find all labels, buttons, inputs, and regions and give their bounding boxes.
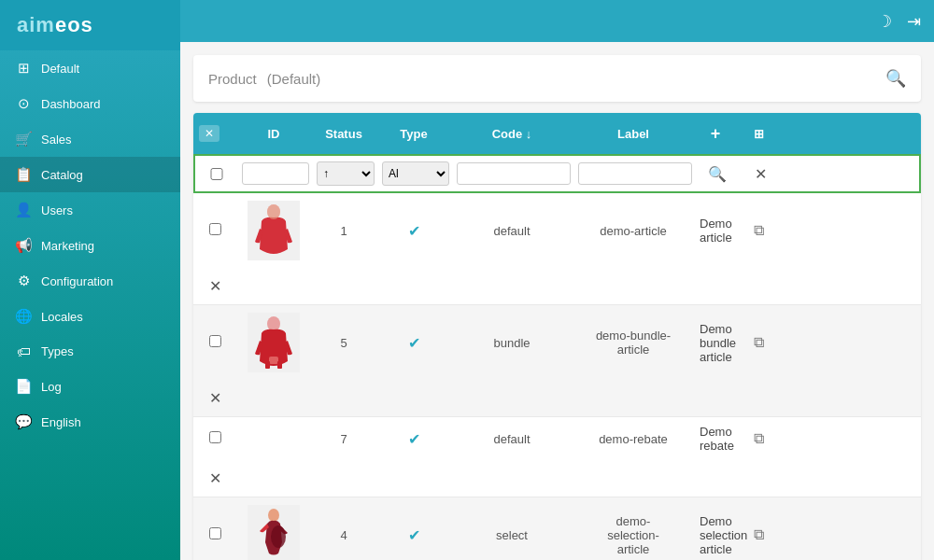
copy-button[interactable]: ⧉ xyxy=(750,525,768,545)
copy-button[interactable]: ⧉ xyxy=(750,220,768,241)
row-code: demo-article xyxy=(573,217,694,245)
row-delete-cell: ✕ xyxy=(193,380,236,416)
row-image-id-cell xyxy=(236,305,311,380)
row-copy-cell: ⧉ xyxy=(737,325,780,360)
svg-rect-3 xyxy=(269,357,278,364)
row-checkbox[interactable] xyxy=(209,527,221,539)
filter-type-cell: Al default bundle select xyxy=(378,158,453,189)
dashboard-icon: ⊙ xyxy=(15,95,32,112)
filter-status-select[interactable]: ↑ ↓ xyxy=(317,161,375,186)
filter-code-cell xyxy=(453,159,574,189)
sidebar-item-users[interactable]: 👤 Users xyxy=(0,192,180,228)
col-code[interactable]: Code ↓ xyxy=(451,118,573,150)
sidebar-item-configuration[interactable]: ⚙ Configuration xyxy=(0,263,180,299)
sidebar-item-dashboard[interactable]: ⊙ Dashboard xyxy=(0,86,180,121)
row-delete-cell: ✕ xyxy=(193,460,236,497)
logout-icon[interactable]: ⇥ xyxy=(907,11,921,32)
row-image-id-cell xyxy=(236,431,311,446)
row-label: Demo rebate xyxy=(694,417,737,460)
filter-label-input[interactable] xyxy=(578,162,692,185)
sidebar-item-marketing[interactable]: 📢 Marketing xyxy=(0,228,180,263)
sidebar-item-label: Default xyxy=(41,62,79,76)
row-checkbox[interactable] xyxy=(209,223,221,235)
catalog-icon: 📋 xyxy=(15,166,32,183)
table-row: 5 ✔ bundle demo-bundle-article Demo bund… xyxy=(193,305,921,417)
col-add[interactable]: + xyxy=(694,115,737,153)
filter-label-cell xyxy=(574,159,696,189)
sidebar-item-types[interactable]: 🏷 Types xyxy=(0,334,180,369)
sidebar-item-default[interactable]: ⊞ Default xyxy=(0,50,180,86)
sidebar-item-sales[interactable]: 🛒 Sales xyxy=(0,121,180,157)
row-type: select xyxy=(451,521,573,550)
log-icon: 📄 xyxy=(15,378,32,395)
sales-icon: 🛒 xyxy=(15,131,32,147)
row-checkbox[interactable] xyxy=(209,431,221,443)
copy-button[interactable]: ⧉ xyxy=(750,332,768,353)
filter-search-button[interactable]: 🔍 xyxy=(704,161,730,187)
marketing-icon: 📢 xyxy=(15,237,32,254)
sidebar-item-english[interactable]: 💬 English xyxy=(0,404,180,440)
row-image-id-cell xyxy=(236,193,311,268)
svg-rect-4 xyxy=(265,361,270,369)
users-icon: 👤 xyxy=(15,202,32,218)
filter-status-cell: ↑ ↓ xyxy=(313,158,378,189)
svg-point-1 xyxy=(267,204,280,219)
sidebar-item-locales[interactable]: 🌐 Locales xyxy=(0,299,180,334)
row-status: ✔ xyxy=(376,423,451,455)
col-status: Status xyxy=(311,118,376,150)
sidebar-item-label: Catalog xyxy=(41,168,83,182)
search-button[interactable]: 🔍 xyxy=(885,68,906,89)
locales-icon: 🌐 xyxy=(15,308,32,325)
table-row: 1 ✔ default demo-article Demo article ⧉ … xyxy=(193,193,921,305)
col-columns[interactable]: ⊞ xyxy=(737,118,780,150)
row-checkbox[interactable] xyxy=(209,335,221,347)
row-delete-cell: ✕ xyxy=(193,268,236,304)
row-checkbox-cell xyxy=(193,216,236,245)
row-id: 7 xyxy=(311,425,376,454)
product-thumbnail xyxy=(248,313,300,372)
dark-mode-icon[interactable]: ☽ xyxy=(877,11,892,32)
configuration-icon: ⚙ xyxy=(15,273,32,289)
filter-id-cell xyxy=(238,159,313,189)
svg-point-7 xyxy=(271,525,286,548)
top-bar: ☽ ⇥ xyxy=(180,0,934,42)
sidebar-item-label: Types xyxy=(41,344,74,358)
col-id: ID xyxy=(236,118,311,150)
page-subtitle: (Default) xyxy=(267,71,321,87)
product-table: ✕ ID Status Type Code ↓ Label + ⊞ xyxy=(193,113,921,560)
sidebar-item-catalog[interactable]: 📋 Catalog xyxy=(0,157,180,192)
row-label: Demo bundlearticle xyxy=(694,315,737,371)
col-label: Label xyxy=(573,118,694,150)
types-icon: 🏷 xyxy=(15,343,32,359)
copy-button[interactable]: ⧉ xyxy=(750,428,768,449)
content-area: Product (Default) 🔍 ✕ ID Status Type Cod… xyxy=(180,42,934,560)
delete-button[interactable]: ✕ xyxy=(205,468,225,489)
filter-clear-button[interactable]: ✕ xyxy=(751,161,771,187)
delete-button[interactable]: ✕ xyxy=(205,387,225,409)
col-type: Type xyxy=(376,118,451,150)
sidebar-item-label: Marketing xyxy=(41,239,94,253)
row-label: Demo article xyxy=(694,209,737,252)
filter-id-input[interactable] xyxy=(242,162,309,185)
filter-type-select[interactable]: Al default bundle select xyxy=(382,161,449,186)
page-title: Product (Default) xyxy=(208,69,320,89)
row-status: ✔ xyxy=(376,519,451,552)
row-code: demo-bundle-article xyxy=(573,321,694,364)
filter-checkbox-cell xyxy=(195,164,238,184)
clear-selection-button[interactable]: ✕ xyxy=(199,125,219,142)
delete-button[interactable]: ✕ xyxy=(205,275,225,297)
table-row: 7 ✔ default demo-rebate Demo rebate ⧉ ✕ xyxy=(193,417,921,497)
sidebar-item-label: Configuration xyxy=(41,274,113,288)
product-thumbnail xyxy=(248,505,300,560)
row-checkbox-cell xyxy=(193,520,236,550)
logo: aimeos xyxy=(0,0,180,50)
row-checkbox-cell xyxy=(193,424,236,454)
row-copy-cell: ⧉ xyxy=(737,421,780,456)
filter-code-input[interactable] xyxy=(457,162,571,185)
filter-clear-cell: ✕ xyxy=(739,158,782,190)
row-status: ✔ xyxy=(376,327,451,359)
sidebar-item-log[interactable]: 📄 Log xyxy=(0,369,180,404)
select-all-checkbox[interactable] xyxy=(199,168,234,180)
main-area: ☽ ⇥ Product (Default) 🔍 ✕ ID Status Type… xyxy=(180,0,934,560)
row-id: 4 xyxy=(311,521,376,550)
